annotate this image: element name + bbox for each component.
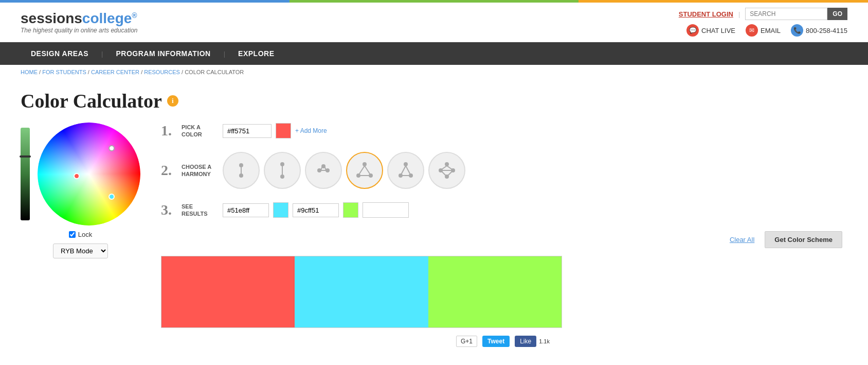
lock-checkbox[interactable] <box>69 231 76 238</box>
chat-live-link[interactable]: 💬 CHAT LIVE <box>686 24 735 37</box>
logo-area: sessionscollege® The highest quality in … <box>21 10 137 34</box>
step2-number: 2. <box>161 162 174 179</box>
svg-line-29 <box>447 166 452 169</box>
harmony-quad[interactable] <box>428 152 465 189</box>
wheel-section: Lock RYB Mode RGB Mode <box>21 123 140 258</box>
tweet-button[interactable]: Tweet <box>482 336 510 347</box>
swatch-block-1 <box>161 256 295 327</box>
header-right: STUDENT LOGIN | GO 💬 CHAT LIVE ✉ EMAIL 📞… <box>679 8 847 37</box>
main-content: Color Calculator i Lock <box>0 79 868 365</box>
slider-handle <box>20 155 31 158</box>
color-wheel-canvas[interactable] <box>38 123 140 225</box>
clear-all-link[interactable]: Clear All <box>730 236 754 244</box>
controls-panel: 1. PICK A COLOR + Add More 2. CHOOSE A H… <box>161 123 847 347</box>
step1-row: 1. PICK A COLOR + Add More <box>161 123 847 139</box>
chat-icon: 💬 <box>686 24 699 37</box>
svg-line-21 <box>401 166 406 175</box>
nav-divider-2: | <box>221 50 228 58</box>
top-bar-green <box>290 0 579 3</box>
top-bar <box>0 0 868 3</box>
svg-line-32 <box>448 171 452 176</box>
search-button[interactable]: GO <box>827 8 847 20</box>
chat-live-label: CHAT LIVE <box>701 27 735 34</box>
logo: sessionscollege® <box>21 10 137 27</box>
svg-point-18 <box>404 163 407 166</box>
search-area: GO <box>745 8 847 20</box>
fb-count: 1.1k <box>536 337 552 345</box>
result-input-1[interactable] <box>223 203 269 217</box>
header: sessionscollege® The highest quality in … <box>0 3 868 42</box>
harmony-mono[interactable] <box>223 152 260 189</box>
step2-label: CHOOSE A HARMONY <box>182 163 215 178</box>
svg-point-0 <box>240 164 243 167</box>
step3-label: SEE RESULTS <box>182 203 215 218</box>
svg-point-1 <box>240 174 243 177</box>
result-swatch-1 <box>273 202 288 218</box>
email-label: EMAIL <box>761 27 781 34</box>
step1-input-group: + Add More <box>223 123 327 138</box>
student-login-link[interactable]: STUDENT LOGIN <box>679 10 733 18</box>
breadcrumb-for-students[interactable]: FOR STUDENTS <box>42 69 86 75</box>
step3-row: 3. SEE RESULTS <box>161 202 847 218</box>
page-title-text: Color Calculator <box>21 90 162 112</box>
svg-point-12 <box>363 163 366 166</box>
harmony-analogous[interactable] <box>305 152 342 189</box>
svg-point-3 <box>281 163 284 166</box>
svg-point-8 <box>326 169 329 172</box>
mode-select-area: RYB Mode RGB Mode <box>21 244 140 258</box>
breadcrumb-current: COLOR CALCULATOR <box>185 69 244 75</box>
result-swatch-2 <box>343 202 358 218</box>
svg-line-28 <box>442 166 447 169</box>
wheel-container <box>21 123 140 225</box>
page-title: Color Calculator i <box>21 90 847 112</box>
email-icon: ✉ <box>746 24 758 37</box>
logo-tagline: The highest quality in online arts educa… <box>21 27 137 34</box>
nav-program-info[interactable]: PROGRAM INFORMATION <box>105 42 221 65</box>
svg-line-31 <box>442 171 446 176</box>
phone-icon: 📞 <box>791 24 803 37</box>
harmony-split[interactable] <box>387 152 424 189</box>
phone-link[interactable]: 📞 800-258-4115 <box>791 24 847 37</box>
gplus-button[interactable]: G+1 <box>456 336 477 347</box>
breadcrumb-home[interactable]: HOME <box>21 69 38 75</box>
svg-point-4 <box>281 175 284 178</box>
svg-point-7 <box>322 165 325 168</box>
add-more-link[interactable]: + Add More <box>295 127 327 134</box>
wheel-dot-blue[interactable] <box>109 194 115 200</box>
color-swatch-1[interactable] <box>276 123 291 138</box>
nav-bar: DESIGN AREAS | PROGRAM INFORMATION | EXP… <box>0 42 868 65</box>
mode-select[interactable]: RYB Mode RGB Mode <box>53 244 108 258</box>
step2-row: 2. CHOOSE A HARMONY <box>161 152 847 189</box>
svg-line-22 <box>406 166 410 175</box>
breadcrumb-career-center[interactable]: CAREER CENTER <box>91 69 139 75</box>
harmony-options <box>223 152 465 189</box>
nav-design-areas[interactable]: DESIGN AREAS <box>21 42 99 65</box>
top-bar-blue <box>0 0 290 3</box>
email-link[interactable]: ✉ EMAIL <box>746 24 781 37</box>
lock-area: Lock <box>21 231 140 238</box>
nav-explore[interactable]: EXPLORE <box>228 42 284 65</box>
search-input[interactable] <box>745 8 827 20</box>
wheel-dot-light[interactable] <box>109 145 115 151</box>
info-icon[interactable]: i <box>167 95 178 107</box>
get-scheme-button[interactable]: Get Color Scheme <box>765 231 842 248</box>
nav-divider-1: | <box>99 50 105 58</box>
breadcrumb: HOME / FOR STUDENTS / CAREER CENTER / RE… <box>0 65 868 79</box>
calculator-area: Lock RYB Mode RGB Mode 1. PICK A COLOR <box>21 123 847 347</box>
breadcrumb-resources[interactable]: RESOURCES <box>144 69 180 75</box>
harmony-complement[interactable] <box>264 152 301 189</box>
swatches-display <box>161 256 562 328</box>
wheel-dot-red[interactable] <box>74 173 80 179</box>
svg-line-16 <box>365 166 370 175</box>
color-slider[interactable] <box>21 128 30 220</box>
results-group <box>223 202 409 218</box>
svg-point-6 <box>318 169 321 172</box>
bottom-controls: Clear All Get Color Scheme <box>161 231 847 248</box>
fb-like-button[interactable]: Like <box>515 336 536 347</box>
swatch-block-3 <box>428 256 562 327</box>
color-hex-input[interactable] <box>223 124 272 138</box>
phone-label: 800-258-4115 <box>806 27 847 34</box>
harmony-triad[interactable] <box>346 152 383 189</box>
result-input-2[interactable] <box>293 203 339 217</box>
svg-point-24 <box>445 163 448 166</box>
